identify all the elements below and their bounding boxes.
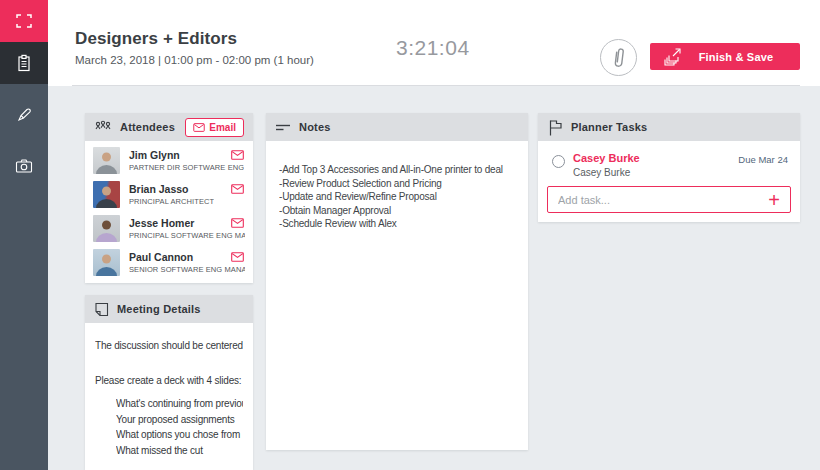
attendee-name: Brian Jasso bbox=[129, 183, 214, 195]
task-due-date: Due Mar 24 bbox=[738, 154, 788, 165]
attach-button[interactable] bbox=[600, 39, 637, 76]
task-info: Casey Burke Casey Burke bbox=[573, 152, 738, 178]
details-bullet: Your proposed assignments bbox=[116, 412, 243, 428]
attendee-row[interactable]: Jesse Homer PRINCIPAL SOFTWARE ENG MANAG… bbox=[85, 211, 253, 245]
envelope-icon[interactable] bbox=[231, 184, 244, 194]
planner-body: Casey Burke Casey Burke Due Mar 24 + bbox=[538, 141, 800, 222]
clipboard-icon bbox=[16, 54, 32, 72]
finish-save-label: Finish & Save bbox=[684, 51, 788, 63]
task-complete-circle-icon[interactable] bbox=[552, 155, 565, 168]
header-divider bbox=[72, 85, 800, 86]
meeting-app-window: Designers + Editors March 23, 2018 | 01:… bbox=[0, 0, 820, 470]
pen-icon bbox=[16, 106, 33, 123]
attendee-row[interactable]: Jim Glynn PARTNER DIR SOFTWARE ENG bbox=[85, 143, 253, 177]
attendees-title: Attendees bbox=[120, 121, 175, 133]
task-title: Casey Burke bbox=[573, 152, 738, 164]
meeting-details-panel: Meeting Details The discussion should be… bbox=[85, 295, 253, 470]
details-bullet: What missed the cut bbox=[116, 443, 243, 459]
attendee-info: Paul Cannon SENIOR SOFTWARE ENG MANAGER bbox=[129, 251, 245, 274]
notes-editor[interactable]: -Add Top 3 Accessories and All-in-One pr… bbox=[266, 141, 528, 450]
camera-icon bbox=[15, 158, 33, 174]
note-page-icon bbox=[94, 302, 109, 317]
avatar bbox=[93, 215, 120, 242]
note-line: -Add Top 3 Accessories and All-in-One pr… bbox=[279, 163, 515, 177]
avatar bbox=[93, 181, 120, 208]
attendee-role: PRINCIPAL SOFTWARE ENG MANAGER bbox=[129, 231, 245, 240]
notes-title: Notes bbox=[299, 121, 331, 133]
planner-header: Planner Tasks bbox=[538, 113, 800, 141]
attendee-info: Jim Glynn PARTNER DIR SOFTWARE ENG bbox=[129, 149, 244, 172]
plus-icon[interactable]: + bbox=[760, 190, 780, 210]
avatar bbox=[93, 147, 120, 174]
envelope-icon[interactable] bbox=[231, 218, 244, 228]
lines-icon bbox=[275, 122, 291, 133]
sidebar-item-pen[interactable] bbox=[0, 94, 48, 134]
finish-save-button[interactable]: Finish & Save bbox=[650, 43, 800, 70]
attendee-role: PRINCIPAL ARCHITECT bbox=[129, 197, 214, 206]
envelope-icon bbox=[193, 123, 205, 132]
note-line: -Review Product Selection and Pricing bbox=[279, 177, 515, 191]
attendee-info: Brian Jasso PRINCIPAL ARCHITECT bbox=[129, 183, 214, 206]
details-deck-text: Please create a deck with 4 slides: bbox=[95, 375, 243, 386]
notes-header: Notes bbox=[266, 113, 528, 141]
task-row[interactable]: Casey Burke Casey Burke Due Mar 24 bbox=[547, 150, 791, 186]
meeting-details-header: Meeting Details bbox=[85, 295, 253, 323]
sidebar-item-camera[interactable] bbox=[0, 146, 48, 186]
attendees-panel: Attendees Email Jim Glynn PARTNER DI bbox=[85, 113, 253, 283]
note-line: -Schedule Review with Alex bbox=[279, 217, 515, 231]
notes-panel: Notes -Add Top 3 Accessories and All-in-… bbox=[266, 113, 528, 450]
meeting-details-body: The discussion should be centered o Plea… bbox=[85, 323, 253, 458]
note-line: -Update and Review/Refine Proposal bbox=[279, 190, 515, 204]
attendees-list: Jim Glynn PARTNER DIR SOFTWARE ENG Brian… bbox=[85, 141, 253, 283]
attendee-row[interactable]: Paul Cannon SENIOR SOFTWARE ENG MANAGER bbox=[85, 245, 253, 279]
meeting-timer: 3:21:04 bbox=[396, 36, 470, 60]
attendee-role: SENIOR SOFTWARE ENG MANAGER bbox=[129, 265, 245, 274]
note-line: -Obtain Manager Approval bbox=[279, 204, 515, 218]
attendee-name: Jesse Homer bbox=[129, 217, 245, 229]
details-bullet-list: What's continuing from previou Your prop… bbox=[95, 396, 243, 458]
paperclip-icon bbox=[612, 46, 626, 70]
email-all-button[interactable]: Email bbox=[185, 118, 244, 137]
envelope-icon[interactable] bbox=[231, 150, 244, 160]
attendees-header: Attendees Email bbox=[85, 113, 253, 141]
task-assignee: Casey Burke bbox=[573, 167, 738, 178]
add-task-input[interactable] bbox=[558, 194, 760, 206]
share-pages-icon bbox=[662, 47, 684, 67]
sidebar-item-meeting-notes[interactable] bbox=[0, 42, 48, 84]
attendee-name: Paul Cannon bbox=[129, 251, 245, 263]
expand-icon bbox=[16, 14, 32, 28]
planner-title: Planner Tasks bbox=[571, 121, 647, 133]
details-bullet: What's continuing from previou bbox=[116, 396, 243, 412]
email-button-label: Email bbox=[209, 122, 236, 133]
people-icon bbox=[94, 120, 112, 134]
header: Designers + Editors March 23, 2018 | 01:… bbox=[48, 0, 820, 86]
page-title: Designers + Editors bbox=[75, 29, 314, 49]
meeting-datetime: March 23, 2018 | 01:00 pm - 02:00 pm (1 … bbox=[75, 54, 314, 66]
attendee-name: Jim Glynn bbox=[129, 149, 244, 161]
attendee-role: PARTNER DIR SOFTWARE ENG bbox=[129, 163, 244, 172]
meeting-titlebox: Designers + Editors March 23, 2018 | 01:… bbox=[75, 29, 314, 66]
envelope-icon[interactable] bbox=[231, 252, 244, 262]
attendee-row[interactable]: Brian Jasso PRINCIPAL ARCHITECT bbox=[85, 177, 253, 211]
avatar bbox=[93, 249, 120, 276]
sidebar-item-expand[interactable] bbox=[0, 0, 48, 42]
meeting-details-title: Meeting Details bbox=[117, 303, 201, 315]
details-intro-text: The discussion should be centered o bbox=[95, 340, 243, 351]
details-bullet: What options you chose from bbox=[116, 427, 243, 443]
planner-tasks-panel: Planner Tasks Casey Burke Casey Burke Du… bbox=[538, 113, 800, 222]
flag-icon bbox=[547, 119, 563, 136]
add-task-box: + bbox=[547, 186, 791, 213]
attendee-info: Jesse Homer PRINCIPAL SOFTWARE ENG MANAG… bbox=[129, 217, 245, 240]
sidebar bbox=[0, 0, 48, 470]
